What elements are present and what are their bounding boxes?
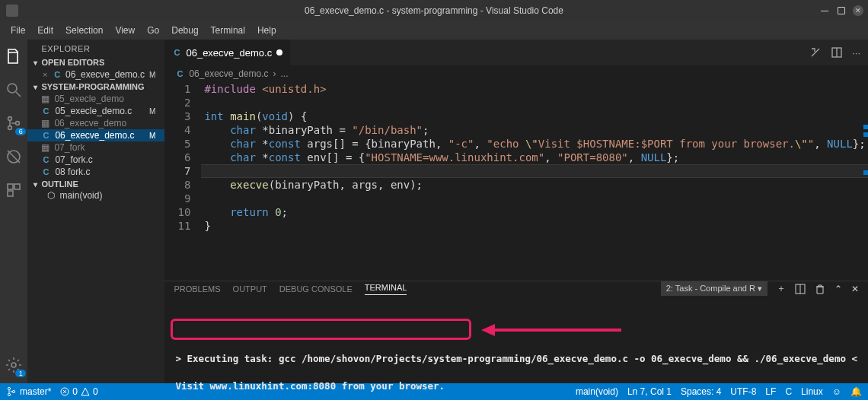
outline-header[interactable]: ▾OUTLINE <box>27 178 164 190</box>
chevron-right-icon: › <box>273 68 276 79</box>
terminal[interactable]: > Executing task: gcc /home/shovon/Proje… <box>164 296 868 400</box>
annotation-highlight <box>171 319 471 340</box>
gear-icon[interactable]: 1 <box>3 354 24 376</box>
chevron-down-icon: ▾ <box>30 83 40 91</box>
c-file-icon: C <box>41 131 50 140</box>
svg-point-18 <box>8 393 10 395</box>
tab-problems[interactable]: PROBLEMS <box>174 284 220 294</box>
svg-point-4 <box>16 122 20 125</box>
svg-line-1 <box>16 92 21 97</box>
panel: PROBLEMS OUTPUT DEBUG CONSOLE TERMINAL 2… <box>164 281 868 383</box>
kill-terminal-icon[interactable] <box>815 284 825 294</box>
titlebar: 06_execve_demo.c - system-programming - … <box>0 0 868 21</box>
sidebar: EXPLORER ▾OPEN EDITORS ×C06_execve_demo.… <box>27 40 164 383</box>
svg-point-10 <box>11 363 16 367</box>
terminal-line <box>175 393 857 400</box>
file-item[interactable]: C08 fork.c <box>27 166 164 178</box>
split-compare-icon[interactable] <box>809 46 822 59</box>
menu-terminal[interactable]: Terminal <box>205 23 251 38</box>
breadcrumb[interactable]: C 06_execve_demo.c › ... <box>164 65 868 82</box>
file-item[interactable]: ▦06_execve_demo <box>27 117 164 129</box>
annotation-arrow <box>477 319 629 341</box>
svg-point-17 <box>8 387 10 389</box>
c-file-icon: C <box>41 167 50 176</box>
tab-debug-console[interactable]: DEBUG CONSOLE <box>279 284 353 294</box>
split-editor-icon[interactable] <box>831 46 843 59</box>
menu-file[interactable]: File <box>5 23 31 38</box>
file-item[interactable]: C05_execle_demo.cM <box>27 105 164 117</box>
panel-maximize-icon[interactable]: ⌃ <box>834 284 842 294</box>
sidebar-title: EXPLORER <box>27 40 164 56</box>
folder-icon: ▦ <box>41 118 49 129</box>
explorer-icon[interactable] <box>3 46 24 67</box>
terminal-line: > Executing task: gcc /home/shovon/Proje… <box>175 352 857 366</box>
folder-icon: ▦ <box>41 94 49 104</box>
settings-badge: 1 <box>15 370 26 377</box>
c-file-icon: C <box>41 106 50 116</box>
app-icon <box>6 5 18 17</box>
menu-go[interactable]: Go <box>141 23 165 38</box>
c-file-icon: C <box>53 70 61 79</box>
symbol-icon: ⬡ <box>47 190 55 201</box>
chevron-down-icon: ▾ <box>30 59 40 67</box>
tab-output[interactable]: OUTPUT <box>233 284 267 294</box>
outline-item[interactable]: ⬡main(void) <box>27 190 164 201</box>
code-area[interactable]: 1234567891011 #include <unistd.h> int ma… <box>164 82 868 281</box>
tab-label: 06_execve_demo.c <box>186 47 272 59</box>
c-file-icon: C <box>41 155 50 164</box>
overview-ruler <box>863 125 868 281</box>
close-icon[interactable]: × <box>41 70 49 79</box>
svg-point-0 <box>8 84 17 93</box>
sb-errors[interactable]: 0 0 <box>60 386 97 397</box>
sb-branch[interactable]: master* <box>6 386 51 397</box>
menu-edit[interactable]: Edit <box>31 23 59 38</box>
svg-point-3 <box>8 126 12 130</box>
file-item[interactable]: ▦07_fork <box>27 141 164 154</box>
tab-bar: C 06_execve_demo.c ··· <box>164 40 868 65</box>
minimize-icon[interactable] <box>819 5 830 16</box>
svg-rect-8 <box>14 184 20 189</box>
svg-rect-7 <box>8 184 13 189</box>
split-terminal-icon[interactable] <box>795 284 806 294</box>
c-file-icon: C <box>175 69 184 78</box>
file-item[interactable]: ▦05_execle_demo <box>27 93 164 105</box>
terminal-select[interactable]: 2: Task - Compile and R ▾ <box>661 281 767 296</box>
more-icon[interactable]: ··· <box>852 47 860 59</box>
folder-icon: ▦ <box>41 142 49 153</box>
tab-file[interactable]: C 06_execve_demo.c <box>164 40 291 65</box>
scm-icon[interactable]: 6 <box>3 113 24 134</box>
svg-point-2 <box>8 117 12 121</box>
svg-rect-9 <box>8 191 13 196</box>
terminal-line: Visit www.linuxhint.com:8080 from your b… <box>175 379 857 393</box>
panel-close-icon[interactable]: ✕ <box>851 284 859 294</box>
search-icon[interactable] <box>3 79 24 100</box>
debug-icon[interactable] <box>3 146 24 167</box>
menu-selection[interactable]: Selection <box>59 23 109 38</box>
svg-point-19 <box>12 390 14 392</box>
tab-terminal[interactable]: TERMINAL <box>365 283 407 295</box>
menubar: FileEditSelectionViewGoDebugTerminalHelp <box>0 21 868 40</box>
svg-marker-16 <box>481 324 495 336</box>
editor: C 06_execve_demo.c ··· C 06_execve_demo.… <box>164 40 868 383</box>
file-item[interactable]: C07_fork.c <box>27 154 164 166</box>
window-title: 06_execve_demo.c - system-programming - … <box>305 5 563 16</box>
activity-bar: 6 1 <box>0 40 27 383</box>
dirty-indicator-icon <box>276 49 282 56</box>
chevron-down-icon: ▾ <box>30 180 40 189</box>
terminal-line <box>175 366 857 379</box>
menu-view[interactable]: View <box>109 23 141 38</box>
close-icon[interactable] <box>853 5 863 16</box>
menu-debug[interactable]: Debug <box>165 23 204 38</box>
maximize-icon[interactable] <box>836 5 847 16</box>
menu-help[interactable]: Help <box>251 23 282 38</box>
c-file-icon: C <box>172 48 181 57</box>
folder-header[interactable]: ▾SYSTEM-PROGRAMMING <box>27 81 164 93</box>
open-editors-header[interactable]: ▾OPEN EDITORS <box>27 56 164 68</box>
new-terminal-icon[interactable]: ＋ <box>777 282 786 295</box>
open-editor-item[interactable]: ×C06_execve_demo.cM <box>27 68 164 81</box>
scm-badge: 6 <box>15 128 26 135</box>
file-item[interactable]: C06_execve_demo.cM <box>27 129 164 141</box>
extensions-icon[interactable] <box>3 179 24 201</box>
